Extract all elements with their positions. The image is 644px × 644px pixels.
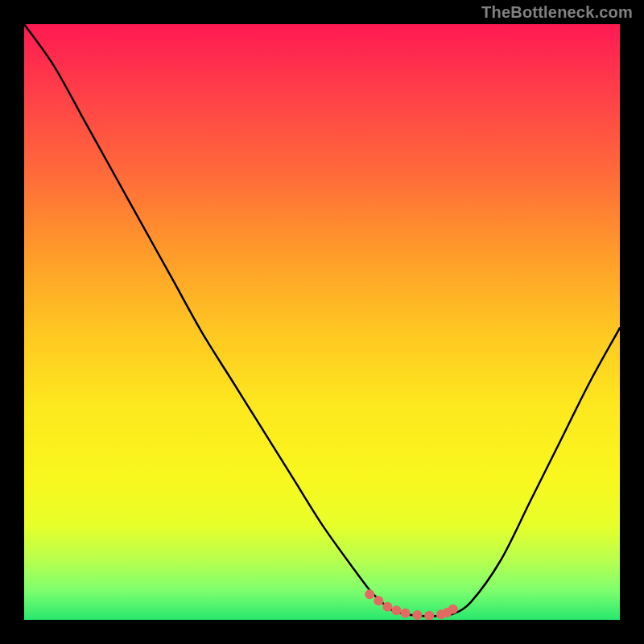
optimal-marker: [401, 609, 411, 618]
optimal-marker: [412, 610, 422, 620]
optimal-marker: [424, 611, 434, 620]
optimal-marker: [382, 602, 392, 612]
chart-container: TheBottleneck.com: [0, 0, 644, 644]
curve-overlay: [24, 24, 620, 620]
plot-area: [24, 24, 620, 620]
bottleneck-curve: [24, 24, 620, 617]
optimal-marker: [365, 589, 374, 599]
optimal-marker: [374, 596, 383, 605]
optimal-marker: [448, 605, 458, 614]
attribution-label: TheBottleneck.com: [481, 3, 633, 22]
optimal-marker: [392, 605, 402, 615]
